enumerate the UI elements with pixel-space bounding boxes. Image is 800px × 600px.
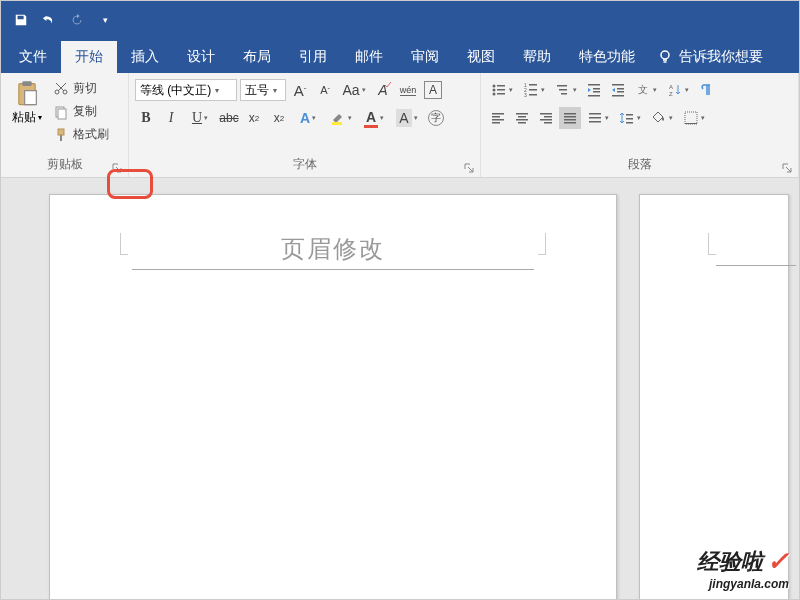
superscript-button[interactable]: x2 [268,107,290,129]
subscript-button[interactable]: x2 [243,107,265,129]
tab-review[interactable]: 审阅 [397,41,453,73]
borders-button[interactable]: ▾ [679,107,709,129]
svg-rect-11 [497,89,505,91]
copy-icon [53,104,69,120]
tab-help[interactable]: 帮助 [509,41,565,73]
strikethrough-button[interactable]: abc [218,107,240,129]
clipboard-group-label: 剪贴板 [7,154,122,175]
header-underline [716,265,796,266]
svg-rect-48 [564,119,576,121]
svg-rect-50 [589,113,601,115]
font-group-label: 字体 [135,154,474,175]
svg-rect-9 [497,85,505,87]
bold-button[interactable]: B [135,107,157,129]
char-border-button[interactable]: A [422,79,444,101]
svg-rect-25 [593,91,600,93]
tab-design[interactable]: 设计 [173,41,229,73]
paste-icon [13,79,41,107]
document-page-1[interactable]: 页眉修改 [49,194,617,600]
svg-rect-3 [25,91,37,105]
numbering-icon: 123 [523,82,539,98]
tab-insert[interactable]: 插入 [117,41,173,73]
svg-rect-5 [58,109,66,119]
qat-customize[interactable]: ▾ [93,8,117,32]
svg-rect-45 [544,122,552,124]
svg-rect-28 [617,88,624,90]
header-underline [132,269,534,270]
decrease-indent-button[interactable] [583,79,605,101]
lightbulb-icon [657,49,673,65]
svg-rect-40 [516,119,528,121]
document-page-2[interactable] [639,194,789,600]
underline-button[interactable]: U▾ [185,107,215,129]
enclose-char-button[interactable]: 字 [425,107,447,129]
save-button[interactable] [9,8,33,32]
paragraph-launcher[interactable] [781,160,795,174]
align-center-button[interactable] [511,107,533,129]
clear-format-button[interactable]: A [372,79,394,101]
multilevel-button[interactable]: ▾ [551,79,581,101]
bullets-button[interactable]: ▾ [487,79,517,101]
svg-text:3: 3 [524,92,527,98]
highlight-button[interactable]: ▾ [326,107,356,129]
char-shading-button[interactable]: A▾ [392,107,422,129]
svg-rect-21 [559,89,567,91]
header-text[interactable]: 页眉修改 [128,233,538,269]
copy-button[interactable]: 复制 [51,102,111,121]
shading-button[interactable]: ▾ [647,107,677,129]
font-color-button[interactable]: A▾ [359,107,389,129]
undo-button[interactable] [37,8,61,32]
shrink-font-button[interactable]: Aˇ [314,79,336,101]
phonetic-guide-button[interactable]: wén [397,79,419,101]
format-painter-button[interactable]: 格式刷 [51,125,111,144]
paragraph-group-label: 段落 [487,154,792,175]
italic-button[interactable]: I [160,107,182,129]
brush-icon [53,127,69,143]
svg-rect-36 [492,119,504,121]
line-spacing-button[interactable]: ▾ [615,107,645,129]
svg-rect-23 [588,84,600,86]
show-marks-button[interactable] [695,79,717,101]
align-left-button[interactable] [487,107,509,129]
tab-references[interactable]: 引用 [285,41,341,73]
text-effects-button[interactable]: A▾ [293,107,323,129]
svg-rect-38 [516,113,528,115]
borders-icon [683,110,699,126]
increase-indent-button[interactable] [607,79,629,101]
svg-rect-43 [544,116,552,118]
document-canvas[interactable]: 页眉修改 [1,178,799,600]
svg-rect-35 [492,116,500,118]
align-right-button[interactable] [535,107,557,129]
paint-bucket-icon [651,110,667,126]
svg-rect-24 [593,88,600,90]
justify-button[interactable] [559,107,581,129]
svg-rect-54 [626,118,633,120]
numbering-button[interactable]: 123▾ [519,79,549,101]
tab-view[interactable]: 视图 [453,41,509,73]
svg-rect-56 [685,112,697,124]
cut-button[interactable]: 剪切 [51,79,111,98]
justify-icon [562,110,578,126]
tab-layout[interactable]: 布局 [229,41,285,73]
tab-home[interactable]: 开始 [61,41,117,73]
paste-button[interactable]: 粘贴▾ [7,77,47,126]
svg-rect-47 [564,116,576,118]
svg-rect-20 [557,85,567,87]
ltr-button[interactable]: 文▾ [631,79,661,101]
clipboard-launcher[interactable] [111,160,125,174]
tab-file[interactable]: 文件 [5,41,61,73]
tab-special[interactable]: 特色功能 [565,41,649,73]
tell-me-search[interactable]: 告诉我你想要 [649,41,771,73]
font-launcher[interactable] [463,160,477,174]
sort-button[interactable]: AZ▾ [663,79,693,101]
distribute-button[interactable]: ▾ [583,107,613,129]
svg-point-0 [661,51,669,59]
font-name-combo[interactable]: 等线 (中文正)▾ [135,79,237,101]
font-size-combo[interactable]: 五号▾ [240,79,286,101]
change-case-button[interactable]: Aa▾ [339,79,369,101]
svg-rect-26 [588,95,600,97]
redo-button[interactable] [65,8,89,32]
grow-font-button[interactable]: Aˆ [289,79,311,101]
svg-rect-29 [617,91,624,93]
tab-mailings[interactable]: 邮件 [341,41,397,73]
